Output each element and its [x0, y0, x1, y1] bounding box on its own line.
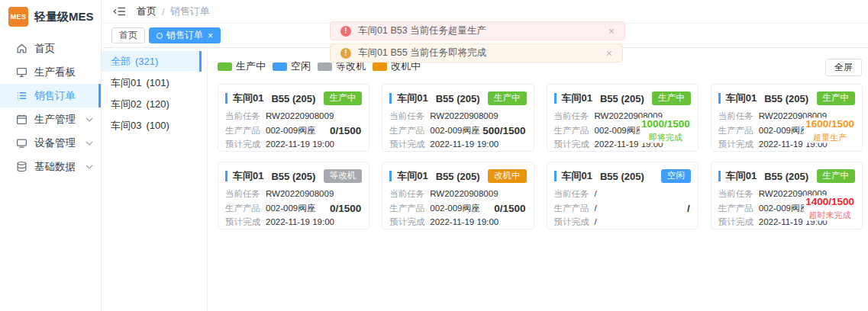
close-icon[interactable]: × — [608, 26, 615, 37]
status-badge: 生产中 — [324, 91, 363, 105]
progress: 0/1500 — [328, 202, 361, 213]
eta-label: 预计完成 — [225, 215, 260, 229]
progress: 500/1500 — [481, 124, 525, 136]
sidebar-item[interactable]: 销售订单 — [0, 84, 101, 107]
breadcrumb: 首页 / 销售订单 — [137, 5, 210, 18]
status-badge: 生产中 — [817, 169, 856, 183]
legend-item: 生产中 — [218, 59, 266, 73]
tab-label: 首页 — [119, 29, 137, 42]
machine-card[interactable]: 车间01 B55 (205) 生产中 当前任务 RW20220908009 生产… — [382, 84, 534, 152]
breadcrumb-home[interactable]: 首页 — [137, 5, 156, 18]
machine-card[interactable]: 车间01 B55 (205) 生产中 当前任务 RW20220908009 生产… — [547, 84, 699, 152]
workshop-filter-item[interactable]: 车间02 (120) — [102, 94, 202, 114]
product-value: 002-009阀座 — [430, 123, 479, 138]
card-accent-bar — [554, 171, 557, 181]
product-label: 生产产品 — [554, 201, 589, 216]
product-value: 002-009阀座 — [595, 123, 644, 138]
machine-card[interactable]: 车间01 B55 (205) 空闲 当前任务 / 生产产品 / 预计完成 / / — [547, 162, 699, 229]
sidebar-item[interactable]: 生产管理 — [0, 107, 101, 131]
sidebar-item[interactable]: 首页 — [0, 37, 101, 60]
sidebar-collapse-icon[interactable] — [113, 6, 126, 17]
workshop-count: (120) — [146, 98, 169, 110]
workshop-filter-item[interactable]: 车间03 (100) — [102, 115, 202, 136]
legend-label: 空闲 — [291, 59, 311, 73]
workshop-filter-item[interactable]: 全部 (321) — [102, 51, 202, 72]
machine-card[interactable]: 车间01 B55 (205) 改机中 当前任务 RW20220908009 生产… — [382, 162, 534, 229]
status-badge: 改机中 — [488, 169, 527, 183]
workshop-filter-panel: 全部 (321) 车间01 (101) 车间02 (120) 车间03 (100… — [102, 49, 208, 311]
task-label: 当前任务 — [554, 187, 589, 201]
card-accent-bar — [554, 93, 557, 104]
card-accent-bar — [718, 93, 721, 104]
eta-value: 2022-11-19 19:00 — [266, 215, 334, 229]
status-badge: 等改机 — [324, 169, 363, 183]
machine-card[interactable]: 车间01 B55 (205) 等改机 当前任务 RW20220908009 生产… — [218, 162, 369, 229]
sidebar-item-label: 生产看板 — [34, 66, 76, 79]
machine-card[interactable]: 车间01 B55 (205) 生产中 当前任务 RW20220908009 生产… — [711, 84, 863, 152]
product-value: 002-009阀座 — [759, 123, 808, 138]
top-bar: 首页 / 销售订单 — [102, 0, 868, 24]
task-label: 当前任务 — [554, 109, 589, 123]
chevron-down-icon — [86, 165, 93, 169]
card-accent-bar — [225, 171, 227, 181]
app-logo: MES 轻量级MES — [0, 0, 101, 34]
legend-swatch — [318, 63, 332, 71]
chevron-down-icon — [86, 117, 93, 122]
sidebar-item[interactable]: 生产看板 — [0, 60, 101, 84]
sidebar-item-label: 销售订单 — [34, 89, 76, 103]
machine-card[interactable]: 车间01 B55 (205) 生产中 当前任务 RW20220908009 生产… — [218, 84, 369, 152]
close-icon[interactable]: × — [208, 31, 213, 40]
product-value: / — [595, 201, 597, 216]
sidebar-item[interactable]: 设备管理 — [0, 131, 101, 155]
task-value: RW20220908009 — [430, 187, 498, 201]
legend-swatch — [373, 63, 387, 71]
card-body: 当前任务 RW20220908009 生产产品 002-009阀座 预计完成 2… — [718, 187, 855, 229]
sidebar-item[interactable]: 基础数据 — [0, 155, 101, 178]
fullscreen-button[interactable]: 全屏 — [825, 59, 862, 76]
card-body: 当前任务 RW20220908009 生产产品 002-009阀座 预计完成 2… — [554, 109, 691, 152]
mes-logo-icon: MES — [8, 7, 28, 27]
product-label: 生产产品 — [225, 201, 260, 216]
card-machine-code: B55 (205) — [436, 93, 480, 104]
product-label: 生产产品 — [554, 123, 589, 138]
card-header: 车间01 B55 (205) 生产中 — [554, 91, 691, 106]
card-body: 当前任务 RW20220908009 生产产品 002-009阀座 预计完成 2… — [389, 109, 526, 152]
workshop-filter-item[interactable]: 车间01 (101) — [102, 72, 202, 93]
status-badge: 生产中 — [817, 91, 856, 105]
card-machine-code: B55 (205) — [764, 171, 808, 182]
card-accent-bar — [718, 171, 721, 181]
eta-value: 2022-11-19 19:00 — [430, 137, 499, 152]
data-icon — [16, 161, 27, 172]
machine-card[interactable]: 车间01 B55 (205) 生产中 当前任务 RW20220908009 生产… — [711, 162, 863, 229]
card-workshop: 车间01 — [233, 91, 263, 105]
status-badge: 生产中 — [652, 91, 691, 105]
cards-area: 生产中 空闲 等改机 改机中 全屏 车间01 B55 (205) 生产中 当前任… — [208, 49, 868, 311]
close-icon[interactable]: × — [606, 48, 612, 59]
product-label: 生产产品 — [718, 201, 753, 216]
eta-value: 2022-11-19 19:00 — [266, 137, 334, 152]
product-label: 生产产品 — [389, 201, 424, 216]
card-header: 车间01 B55 (205) 生产中 — [718, 168, 855, 184]
legend-label: 生产中 — [236, 59, 266, 73]
product-label: 生产产品 — [389, 123, 424, 138]
legend-item: 空闲 — [273, 59, 311, 73]
card-machine-code: B55 (205) — [600, 171, 644, 182]
card-workshop: 车间01 — [233, 169, 263, 183]
card-header: 车间01 B55 (205) 改机中 — [389, 168, 526, 184]
eta-label: 预计完成 — [554, 215, 589, 229]
tab-sales-orders[interactable]: 销售订单 × — [149, 27, 221, 43]
progress-note: 超时未完成 — [805, 209, 854, 220]
eta-label: 预计完成 — [554, 137, 589, 152]
product-value: 002-009阀座 — [266, 201, 315, 216]
progress-value: 1000/1500 — [641, 117, 690, 129]
task-label: 当前任务 — [718, 109, 753, 123]
tab-home[interactable]: 首页 — [111, 27, 145, 43]
progress-note: 超量生产 — [805, 131, 854, 143]
toast-text: 车间01 B55 当前任务即将完成 — [358, 46, 486, 59]
toast-message: ! 车间01 B55 当前任务即将完成 × — [330, 43, 623, 63]
order-icon — [16, 90, 27, 101]
alert-circle-icon: ! — [340, 26, 351, 37]
card-accent-bar — [389, 171, 392, 181]
task-label: 当前任务 — [718, 187, 753, 201]
production-icon — [16, 114, 27, 125]
